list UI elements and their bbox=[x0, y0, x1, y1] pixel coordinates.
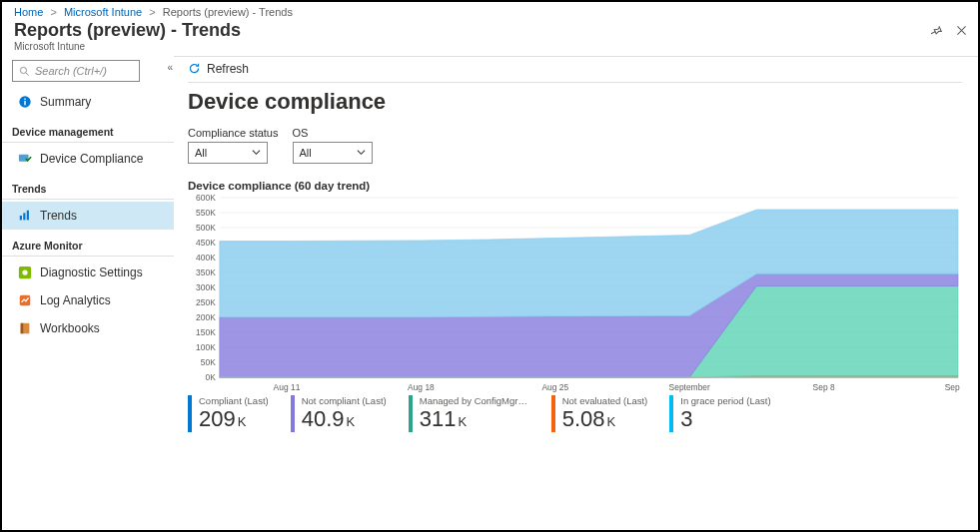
svg-text:0K: 0K bbox=[205, 371, 216, 381]
sidebar-item-label: Log Analytics bbox=[40, 293, 111, 307]
svg-text:250K: 250K bbox=[196, 296, 216, 306]
filters-row: Compliance status All OS All bbox=[188, 127, 962, 164]
breadcrumb-current: Reports (preview) - Trends bbox=[163, 6, 293, 18]
svg-rect-5 bbox=[20, 216, 22, 220]
metric-value: 5.08K bbox=[562, 406, 648, 432]
pin-icon[interactable] bbox=[930, 24, 943, 37]
svg-text:September: September bbox=[669, 381, 710, 391]
filter-compliance-status: Compliance status All bbox=[188, 127, 279, 164]
metrics-row: Compliant (Last)209KNot compliant (Last)… bbox=[188, 395, 962, 432]
metric-card: Not evaluated (Last)5.08K bbox=[551, 395, 648, 432]
metric-card: In grace period (Last)3 bbox=[669, 395, 770, 432]
chevron-down-icon bbox=[252, 148, 261, 157]
svg-text:Aug 11: Aug 11 bbox=[274, 381, 301, 391]
breadcrumb-separator: > bbox=[46, 6, 60, 18]
svg-text:Aug 18: Aug 18 bbox=[408, 381, 435, 391]
svg-text:300K: 300K bbox=[196, 281, 216, 291]
filter-label: OS bbox=[293, 127, 373, 139]
filter-label: Compliance status bbox=[188, 127, 279, 139]
divider bbox=[2, 142, 174, 143]
log-analytics-icon bbox=[18, 293, 32, 307]
chevron-down-icon bbox=[357, 148, 366, 157]
filter-os: OS All bbox=[293, 127, 373, 164]
metric-value: 3 bbox=[680, 406, 770, 432]
metric-label: Managed by ConfigMgr (... bbox=[420, 395, 529, 406]
compliance-status-select[interactable]: All bbox=[188, 142, 268, 164]
select-value: All bbox=[195, 147, 207, 159]
svg-text:Sep 15: Sep 15 bbox=[945, 381, 962, 391]
sidebar-item-workbooks[interactable]: Workbooks bbox=[2, 314, 174, 342]
select-value: All bbox=[300, 147, 312, 159]
divider bbox=[2, 256, 174, 257]
divider bbox=[188, 82, 962, 83]
sidebar-section-device-management: Device management bbox=[12, 126, 168, 138]
sidebar-item-label: Trends bbox=[40, 209, 77, 223]
svg-text:450K: 450K bbox=[196, 237, 216, 247]
compliance-trend-chart: 0K50K100K150K200K250K300K350K400K450K500… bbox=[188, 194, 962, 393]
trends-icon bbox=[18, 209, 32, 223]
main-heading: Device compliance bbox=[188, 89, 962, 115]
diagnostic-settings-icon bbox=[18, 266, 32, 279]
metric-label: Not compliant (Last) bbox=[302, 395, 387, 406]
sidebar-item-summary[interactable]: Summary bbox=[2, 88, 174, 116]
svg-text:600K: 600K bbox=[196, 194, 216, 203]
sidebar-item-label: Summary bbox=[40, 95, 91, 109]
svg-rect-3 bbox=[24, 99, 25, 100]
svg-text:200K: 200K bbox=[196, 311, 216, 321]
divider bbox=[2, 199, 174, 200]
close-icon[interactable] bbox=[955, 24, 968, 37]
svg-rect-7 bbox=[27, 211, 29, 221]
metric-value: 311K bbox=[420, 406, 529, 432]
page-subtitle: Microsoft Intune bbox=[14, 41, 241, 52]
sidebar-section-trends: Trends bbox=[12, 183, 168, 195]
breadcrumb-separator: > bbox=[145, 6, 159, 18]
collapse-sidebar-icon[interactable]: « bbox=[167, 62, 170, 73]
chart-title: Device compliance (60 day trend) bbox=[188, 180, 962, 192]
svg-text:Aug 25: Aug 25 bbox=[541, 381, 568, 391]
breadcrumb: Home > Microsoft Intune > Reports (previ… bbox=[2, 2, 978, 18]
svg-text:100K: 100K bbox=[196, 341, 216, 351]
workbooks-icon bbox=[18, 321, 32, 335]
svg-text:500K: 500K bbox=[196, 222, 216, 232]
refresh-button[interactable]: Refresh bbox=[188, 62, 249, 76]
svg-rect-2 bbox=[24, 101, 25, 105]
metric-label: In grace period (Last) bbox=[680, 395, 770, 406]
metric-label: Compliant (Last) bbox=[199, 395, 269, 406]
svg-text:550K: 550K bbox=[196, 207, 216, 217]
metric-card: Managed by ConfigMgr (...311K bbox=[409, 395, 529, 432]
sidebar-item-device-compliance[interactable]: Device Compliance bbox=[2, 145, 174, 173]
breadcrumb-home[interactable]: Home bbox=[14, 6, 43, 18]
svg-text:350K: 350K bbox=[196, 266, 216, 276]
sidebar-item-label: Workbooks bbox=[40, 321, 100, 335]
svg-text:150K: 150K bbox=[196, 326, 216, 336]
metric-value: 40.9K bbox=[302, 406, 387, 432]
sidebar-item-label: Device Compliance bbox=[40, 152, 143, 166]
svg-text:400K: 400K bbox=[196, 252, 216, 262]
sidebar-section-azure-monitor: Azure Monitor bbox=[12, 240, 168, 252]
refresh-icon bbox=[188, 62, 201, 75]
breadcrumb-intune[interactable]: Microsoft Intune bbox=[64, 6, 142, 18]
os-select[interactable]: All bbox=[293, 142, 373, 164]
main-content: Refresh Device compliance Compliance sta… bbox=[174, 56, 978, 532]
info-icon bbox=[18, 95, 32, 109]
sidebar-item-diagnostic-settings[interactable]: Diagnostic Settings bbox=[2, 259, 174, 286]
metric-label: Not evaluated (Last) bbox=[562, 395, 648, 406]
sidebar: « Search (Ctrl+/) Summary Device managem… bbox=[2, 56, 174, 532]
device-compliance-icon bbox=[18, 152, 32, 166]
svg-text:Sep 8: Sep 8 bbox=[813, 381, 835, 391]
svg-rect-12 bbox=[21, 323, 24, 334]
sidebar-item-trends[interactable]: Trends bbox=[2, 202, 174, 230]
sidebar-item-label: Diagnostic Settings bbox=[40, 266, 143, 279]
svg-rect-6 bbox=[23, 213, 25, 220]
sidebar-item-log-analytics[interactable]: Log Analytics bbox=[2, 286, 174, 314]
metric-card: Compliant (Last)209K bbox=[188, 395, 269, 432]
search-placeholder: Search (Ctrl+/) bbox=[35, 65, 107, 77]
search-input[interactable]: Search (Ctrl+/) bbox=[12, 60, 140, 82]
search-icon bbox=[19, 66, 30, 77]
svg-point-0 bbox=[20, 67, 26, 73]
refresh-label: Refresh bbox=[207, 62, 249, 76]
svg-text:50K: 50K bbox=[201, 356, 216, 366]
page-title: Reports (preview) - Trends bbox=[14, 20, 241, 41]
svg-point-9 bbox=[22, 269, 27, 274]
metric-value: 209K bbox=[199, 406, 269, 432]
